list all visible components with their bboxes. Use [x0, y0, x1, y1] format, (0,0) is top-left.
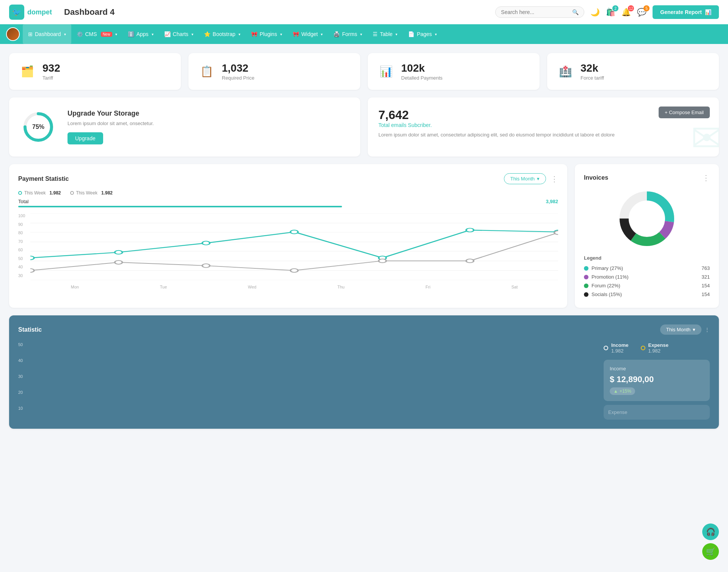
sidebar-item-cms[interactable]: ⚙️ CMS New ▾ — [71, 24, 122, 44]
generate-report-button[interactable]: Generate Report 📊 — [653, 5, 719, 19]
charts-row: Payment Statistic This Month ▾ ⋮ This We… — [9, 164, 719, 308]
force-value: 32k — [581, 62, 604, 74]
stat-cards-row: 🗂️ 932 Tariff 📋 1,032 Required Price 📊 1… — [9, 53, 719, 90]
sidebar-item-apps[interactable]: ℹ️ Apps ▾ — [122, 24, 159, 44]
charts-icon: 📈 — [164, 31, 171, 37]
forms-icon: 🖨️ — [333, 31, 340, 37]
primary-value: 763 — [701, 265, 710, 271]
search-icon: 🔍 — [572, 9, 579, 15]
bar-y-labels: 5040302010 — [18, 342, 23, 411]
y-axis-labels: 10090807060504030 — [18, 213, 25, 278]
sidebar-item-charts[interactable]: 📈 Charts ▾ — [159, 24, 199, 44]
invoices-title: Invoices — [584, 174, 608, 181]
bell-icon[interactable]: 🔔 12 — [621, 8, 631, 17]
nav-label-bootstrap: Bootstrap — [213, 31, 235, 37]
chevron-down-icon-apps: ▾ — [152, 32, 154, 36]
nav-avatar — [6, 27, 20, 41]
upgrade-button[interactable]: Upgrade — [67, 132, 103, 144]
chevron-down-icon-month: ▾ — [537, 176, 540, 182]
price-label: Required Price — [222, 75, 254, 81]
invoices-card: Invoices ⋮ Legend — [575, 164, 719, 308]
svg-point-13 — [290, 230, 298, 234]
more-options-icon[interactable]: ⋮ — [551, 174, 558, 183]
svg-point-23 — [554, 231, 558, 235]
up-arrow-icon: ▲ — [613, 389, 618, 394]
statistic-more-icon[interactable]: ⋮ — [704, 327, 710, 333]
nav-label-table: Table — [380, 31, 392, 37]
stat-card-payments: 📊 102k Detalled Payments — [368, 53, 540, 90]
statistic-card: Statistic This Month ▾ ⋮ 5040302010 — [9, 315, 719, 429]
month-select-button[interactable]: This Month ▾ — [504, 173, 546, 184]
total-bar — [18, 206, 342, 207]
legend-list-item-promotion: Promotion (11%) 321 — [584, 273, 710, 281]
statistic-month-button[interactable]: This Month ▾ — [660, 324, 701, 335]
bell-badge: 12 — [628, 5, 634, 11]
main-content: 🗂️ 932 Tariff 📋 1,032 Required Price 📊 1… — [0, 44, 728, 438]
stat-card-force: 🏥 32k Force tariff — [547, 53, 719, 90]
generate-report-label: Generate Report — [660, 9, 702, 15]
sidebar-item-forms[interactable]: 🖨️ Forms ▾ — [328, 24, 367, 44]
tariff-value: 932 — [42, 62, 60, 74]
income-legend-value: 1.982 — [611, 348, 629, 354]
nav-label-cms: CMS — [85, 31, 97, 37]
logo: 🐦 dompet — [9, 5, 52, 20]
sidebar-item-plugins[interactable]: 🎀 Plugins ▾ — [246, 24, 287, 44]
sidebar-item-widget[interactable]: 🎀 Widget ▾ — [287, 24, 328, 44]
sidebar-item-bootstrap[interactable]: ⭐ Bootstrap ▾ — [199, 24, 246, 44]
forum-value: 154 — [701, 283, 710, 288]
legend-list-item-forum: Forum (22%) 154 — [584, 281, 710, 290]
stat-card-tariff: 🗂️ 932 Tariff — [9, 53, 181, 90]
cart-icon[interactable]: 🛍️ 2 — [606, 8, 615, 17]
logo-text: dompet — [27, 8, 52, 16]
bootstrap-icon: ⭐ — [204, 31, 210, 37]
legend-dot-2 — [70, 191, 74, 195]
payments-value: 102k — [401, 62, 442, 74]
tariff-label: Tariff — [42, 75, 60, 81]
envelope-icon: ✉ — [691, 116, 719, 157]
chevron-down-icon-forms: ▾ — [360, 32, 362, 36]
chevron-down-icon-widget: ▾ — [321, 32, 323, 36]
donut-chart — [584, 188, 710, 249]
sidebar-item-table[interactable]: ☰ Table ▾ — [367, 24, 403, 44]
navbar: ⊞ Dashboard ▾ ⚙️ CMS New ▾ ℹ️ Apps ▾ 📈 C… — [0, 24, 728, 44]
nav-label-forms: Forms — [342, 31, 357, 37]
tariff-icon: 🗂️ — [18, 63, 36, 81]
legend-list-item-primary: Primary (27%) 763 — [584, 264, 710, 273]
chevron-down-icon: ▾ — [64, 32, 66, 36]
sidebar-item-pages[interactable]: 📄 Pages ▾ — [403, 24, 442, 44]
payment-legend: This Week 1.982 This Week 1.982 — [18, 190, 558, 196]
storage-info: Upgrade Your Storage Lorem ipsum dolor s… — [67, 110, 154, 144]
logo-icon: 🐦 — [9, 5, 24, 20]
chat-badge: 5 — [643, 5, 650, 11]
price-icon: 📋 — [198, 63, 216, 81]
invoices-more-icon[interactable]: ⋮ — [702, 173, 710, 182]
mid-row: 75% Upgrade Your Storage Lorem ipsum dol… — [9, 97, 719, 157]
chat-icon[interactable]: 💬 5 — [637, 8, 646, 17]
sidebar-item-dashboard[interactable]: ⊞ Dashboard ▾ — [23, 24, 71, 44]
search-input[interactable] — [501, 9, 569, 15]
primary-label: Primary (27%) — [592, 265, 623, 271]
payment-header: Payment Statistic This Month ▾ ⋮ — [18, 173, 558, 184]
email-subtitle: Total emails Subcriber. — [378, 122, 708, 128]
svg-point-21 — [379, 259, 386, 263]
x-axis-labels: MonTueWedThuFriSat — [30, 285, 558, 289]
expense-dot — [641, 346, 645, 350]
legend-value-2: 1.982 — [101, 190, 113, 196]
primary-color — [584, 266, 588, 271]
socials-color — [584, 292, 588, 297]
moon-icon[interactable]: 🌙 — [590, 8, 600, 17]
svg-point-10 — [30, 256, 34, 260]
svg-point-15 — [466, 228, 474, 232]
legend-section: Legend — [584, 255, 710, 261]
legend-label-2: This Week — [76, 190, 97, 196]
new-badge: New — [101, 32, 112, 37]
promotion-color — [584, 275, 588, 279]
svg-point-18 — [115, 260, 122, 264]
stat-legend: Income 1.982 Expense 1.982 — [604, 342, 710, 354]
statistic-month-label: This Month — [666, 327, 690, 332]
svg-point-19 — [202, 264, 210, 268]
nav-label-apps: Apps — [136, 31, 149, 37]
force-icon: 🏥 — [556, 63, 574, 81]
nav-label-charts: Charts — [173, 31, 188, 37]
income-label: Income — [611, 342, 629, 348]
